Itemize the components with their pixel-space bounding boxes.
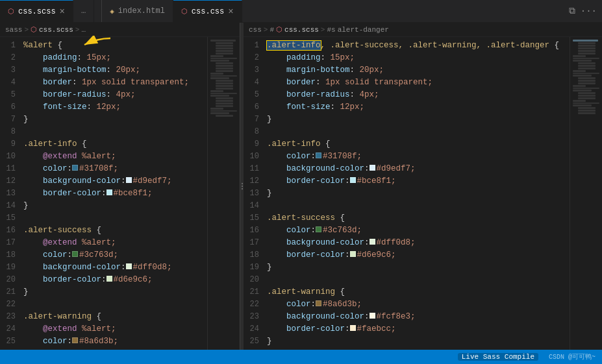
token-property: border-radius	[286, 90, 350, 99]
token-property: color	[286, 226, 311, 235]
panel-divider-tab	[94, 0, 102, 22]
tab-close-css-scss[interactable]: ×	[60, 7, 65, 16]
token-hash: #bce8f1;	[114, 189, 153, 198]
code-line: 8	[244, 126, 570, 138]
token-property: border	[286, 78, 316, 87]
line-number: 16	[246, 224, 267, 237]
line-content: border-color:#bce8f1;	[267, 175, 567, 188]
breadcrumb-sep2: >	[75, 26, 80, 34]
token-hash: #d6e9c6;	[357, 250, 396, 260]
line-content: color:#3c763d;	[23, 249, 205, 261]
token-punct: :	[121, 263, 126, 272]
color-swatch	[107, 276, 112, 282]
token-value: 4px;	[355, 90, 379, 99]
line-number: 25	[3, 335, 23, 348]
line-content: .alert-info {	[23, 138, 205, 151]
token-selector: .alert-info	[267, 140, 321, 149]
token-punct: :	[345, 324, 350, 334]
line-content: .alert-info, .alert-success, .alert-warn…	[267, 40, 567, 52]
token-brace: }	[23, 115, 29, 124]
token-hash: #dff0d8;	[377, 238, 416, 247]
token-property: color	[286, 152, 311, 161]
token-punct: :	[68, 250, 73, 260]
line-content: color:#8a6d3b;	[23, 335, 205, 348]
line-content: .alert-info {	[267, 138, 567, 151]
line-number: 9	[246, 138, 267, 151]
token-value: 20px;	[355, 66, 384, 75]
token-value: 4px;	[111, 90, 136, 99]
line-number: 18	[3, 249, 23, 261]
tab-close-css-css[interactable]: ×	[228, 7, 233, 16]
left-code-editor[interactable]: 1%alert {2 padding: 15px;3 margin-bottom…	[0, 37, 207, 350]
token-property: background-color	[286, 238, 364, 247]
color-swatch	[107, 189, 112, 195]
more-actions-icon[interactable]: ···	[581, 6, 597, 16]
line-number: 11	[3, 163, 23, 175]
breadcrumb-alert-danger: alert-danger	[338, 26, 389, 34]
token-property: padding	[286, 53, 321, 62]
color-swatch	[126, 263, 132, 269]
code-line: 17 @extend %alert;	[0, 237, 207, 249]
code-line: 14	[244, 200, 570, 212]
line-content: margin-bottom: 20px;	[23, 64, 205, 77]
token-selector: %alert	[23, 41, 53, 50]
code-line: 4 border: 1px solid transparent;	[0, 77, 207, 89]
line-content: background-color:#fcf8e3;	[23, 348, 205, 350]
token-punct: :	[68, 164, 73, 173]
alert-info-highlight: .alert-info	[267, 41, 321, 50]
split-editor-icon[interactable]: ⧉	[569, 6, 575, 16]
tab-more-left[interactable]: …	[73, 0, 94, 22]
token-brace: }	[267, 189, 272, 198]
line-number: 18	[246, 249, 267, 261]
line-content: padding: 15px;	[23, 52, 205, 64]
main-content: sass > ⬡ css.scss > … 1%alert {2 padding…	[0, 23, 602, 350]
live-sass-status: Live Sass Compile	[458, 353, 538, 361]
code-line: 10 @extend %alert;	[0, 151, 207, 163]
code-line: 1.alert-info, .alert-success, .alert-war…	[244, 40, 570, 52]
token-punct: :	[350, 66, 355, 75]
line-content: }	[23, 286, 205, 298]
code-line: 25 color:#8a6d3b;	[0, 335, 207, 348]
breadcrumb-hash: #	[270, 26, 274, 34]
line-number: 22	[3, 298, 23, 311]
breadcrumb-right: css > # ⬡ css.scss > #s alert-danger	[244, 23, 602, 37]
line-content: color:#8a6d3b;	[267, 298, 567, 311]
token-punct: :	[311, 226, 316, 235]
line-content: @extend %alert;	[23, 323, 205, 335]
token-punct: :	[87, 103, 92, 112]
tab-bar-left: ⬡ css.scss × … ◈ index.html ⬡ css.css × …	[0, 0, 602, 23]
token-punct: :	[101, 189, 107, 198]
line-number: 14	[246, 200, 267, 212]
tab-index-html[interactable]: ◈ index.html	[102, 0, 173, 22]
html-file-icon: ◈	[110, 7, 114, 16]
line-number: 20	[3, 274, 23, 286]
token-value: 12px;	[335, 103, 364, 112]
tab-css-scss[interactable]: ⬡ css.scss ×	[0, 0, 73, 22]
code-line: 2 padding: 15px;	[244, 52, 570, 64]
token-at: @extend	[43, 152, 77, 161]
token-brace: {	[77, 140, 87, 149]
color-swatch	[316, 226, 321, 232]
line-content: }	[23, 114, 205, 126]
code-line: 1%alert {	[0, 40, 207, 52]
breadcrumb-css: css	[249, 26, 262, 34]
line-number: 7	[246, 114, 267, 126]
line-number: 20	[246, 274, 267, 286]
token-hash: #d9edf7;	[133, 176, 172, 186]
line-content: .alert-success {	[23, 224, 205, 237]
line-number: 26	[3, 348, 23, 350]
tab-css-css[interactable]: ⬡ css.css ×	[173, 0, 242, 22]
token-value: 15px;	[82, 53, 111, 62]
code-line: 24 border-color:#faebcc;	[244, 323, 570, 335]
code-line: 15.alert-success {	[244, 212, 570, 224]
token-hash: #d6e9c6;	[114, 275, 153, 284]
breadcrumb-r-sep1: >	[264, 26, 268, 34]
right-code-editor[interactable]: 1.alert-info, .alert-success, .alert-war…	[244, 37, 570, 350]
token-brace: {	[92, 312, 101, 321]
code-line: 15	[0, 212, 207, 224]
line-number: 12	[246, 175, 267, 188]
line-content: color:#31708f;	[267, 151, 567, 163]
code-line: 16 color:#3c763d;	[244, 224, 570, 237]
code-line: 10 color:#31708f;	[244, 151, 570, 163]
tab-label-css-css: css.css	[192, 7, 224, 16]
